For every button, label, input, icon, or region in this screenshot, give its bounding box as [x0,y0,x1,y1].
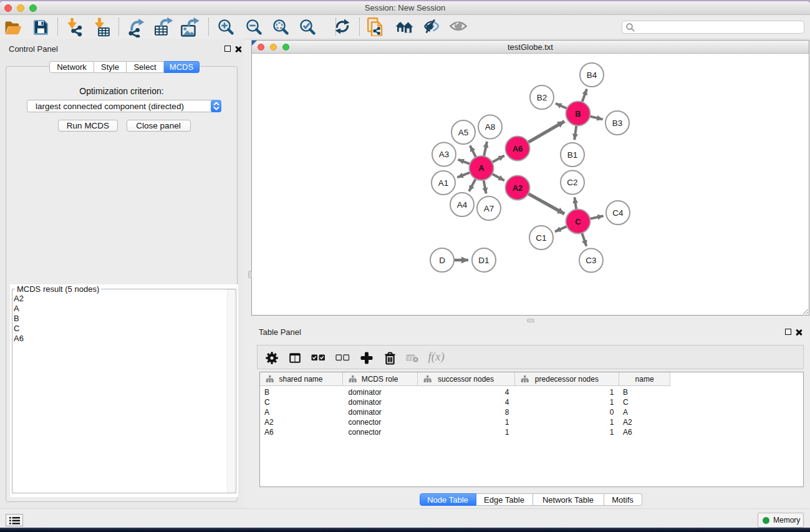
svg-text:A4: A4 [457,200,468,210]
svg-text:B1: B1 [567,150,578,160]
svg-text:C: C [575,217,581,226]
svg-text:A5: A5 [458,128,469,137]
svg-text:A8: A8 [485,122,496,132]
svg-text:A: A [478,163,485,173]
svg-text:A2: A2 [513,183,523,193]
svg-text:C3: C3 [586,256,596,265]
svg-text:B3: B3 [612,118,623,128]
svg-text:C4: C4 [612,208,624,218]
svg-text:B2: B2 [537,93,547,102]
svg-text:B4: B4 [587,70,597,80]
svg-text:A3: A3 [439,150,450,159]
svg-text:A7: A7 [484,204,494,213]
svg-text:A1: A1 [438,178,449,188]
svg-text:D1: D1 [478,256,489,265]
svg-text:A6: A6 [513,144,523,153]
svg-text:C1: C1 [536,233,546,243]
svg-text:C2: C2 [567,178,577,187]
svg-text:B: B [575,109,581,118]
svg-text:D: D [439,256,445,265]
